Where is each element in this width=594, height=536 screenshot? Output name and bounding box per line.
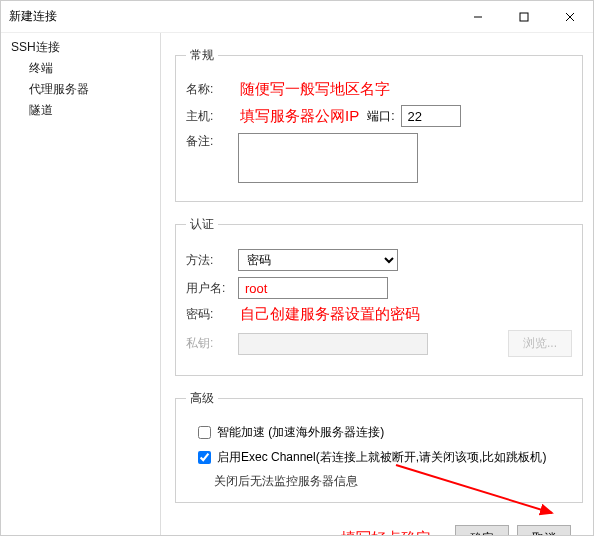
name-annotation: 随便写一般写地区名字 [240,80,390,99]
password-label: 密码: [186,306,238,323]
exec-checkbox[interactable] [198,451,211,464]
sidebar: SSH连接 终端 代理服务器 隧道 [1,33,161,535]
name-label: 名称: [186,81,238,98]
footer: CSDN @zf528 填写好点确定 确定 取消 [175,517,583,535]
method-select[interactable]: 密码 [238,249,398,271]
privatekey-input [238,333,428,355]
port-label: 端口: [367,108,394,125]
group-advanced-legend: 高级 [186,390,218,407]
ok-button[interactable]: 确定 [455,525,509,535]
window-title: 新建连接 [9,8,455,25]
sidebar-root-ssh[interactable]: SSH连接 [1,37,160,58]
maximize-button[interactable] [501,1,547,33]
host-label: 主机: [186,108,238,125]
host-annotation: 填写服务器公网IP [240,107,359,126]
cancel-button[interactable]: 取消 [517,525,571,535]
accel-checkbox[interactable] [198,426,211,439]
username-input[interactable] [238,277,388,299]
group-general-legend: 常规 [186,47,218,64]
port-input[interactable] [401,105,461,127]
titlebar: 新建连接 [1,1,593,33]
memo-label: 备注: [186,133,238,150]
exec-label: 启用Exec Channel(若连接上就被断开,请关闭该项,比如跳板机) [217,449,546,466]
group-auth-legend: 认证 [186,216,218,233]
minimize-button[interactable] [455,1,501,33]
sidebar-item-tunnel[interactable]: 隧道 [1,100,160,121]
memo-input[interactable] [238,133,418,183]
accel-label: 智能加速 (加速海外服务器连接) [217,424,384,441]
sidebar-item-terminal[interactable]: 终端 [1,58,160,79]
main-panel: 常规 名称: 随便写一般写地区名字 主机: 填写服务器公网IP 端口: 备注: … [161,33,593,535]
group-general: 常规 名称: 随便写一般写地区名字 主机: 填写服务器公网IP 端口: 备注: [175,47,583,202]
svg-rect-1 [520,13,528,21]
annotation-arrow-icon [392,461,562,521]
sidebar-item-proxy[interactable]: 代理服务器 [1,79,160,100]
username-label: 用户名: [186,280,238,297]
group-advanced: 高级 智能加速 (加速海外服务器连接) 启用Exec Channel(若连接上就… [175,390,583,503]
privatekey-label: 私钥: [186,335,238,352]
group-auth: 认证 方法: 密码 用户名: 密码: 自己创建服务器设置的密码 私钥: [175,216,583,376]
exec-note: 关闭后无法监控服务器信息 [214,473,572,490]
close-button[interactable] [547,1,593,33]
password-annotation: 自己创建服务器设置的密码 [240,305,420,324]
browse-button: 浏览... [508,330,572,357]
footer-annotation: 填写好点确定 [341,529,431,535]
method-label: 方法: [186,252,238,269]
